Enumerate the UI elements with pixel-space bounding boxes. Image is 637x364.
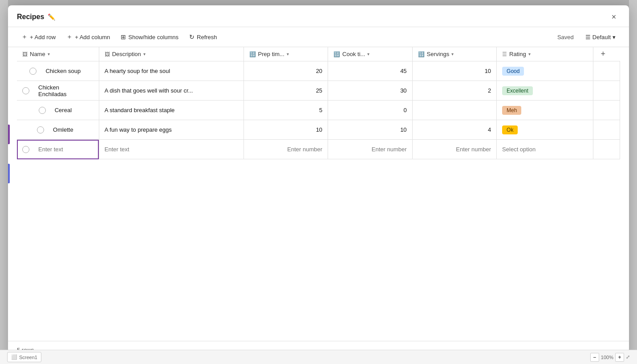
description-column-header: 🖼 Description ▾	[99, 47, 243, 61]
row-2-name: Chicken Enchiladas	[33, 81, 93, 100]
row-3-cook-cell: 0	[328, 101, 413, 120]
data-table: 🖼 Name ▾ 🖼 Description ▾	[17, 47, 620, 159]
edit-icon[interactable]: ✏️	[48, 13, 55, 20]
toolbar: ＋ + Add row ＋ + Add column ⊞ Show/hide c…	[8, 27, 629, 47]
row-2-cook-cell: 30	[328, 81, 413, 101]
servings-column-header: 🔢 Servings ▾	[412, 47, 497, 61]
row-1-rating-cell: Good	[497, 61, 593, 81]
name-column-header: 🖼 Name ▾	[17, 47, 99, 61]
prep-sort-icon[interactable]: ▾	[287, 52, 289, 57]
saved-label: Saved	[557, 34, 574, 40]
serv-col-label: Servings	[427, 51, 450, 57]
show-hide-columns-button[interactable]: ⊞ Show/hide columns	[116, 31, 183, 43]
row-1-servings-cell: 10	[412, 61, 497, 81]
refresh-button[interactable]: ↻ Refresh	[185, 31, 222, 43]
show-hide-label: Show/hide columns	[128, 34, 179, 40]
add-column-button[interactable]: ＋ + Add column	[62, 31, 114, 43]
table-container: 🖼 Name ▾ 🖼 Description ▾	[8, 47, 629, 341]
new-row-prep-cell[interactable]	[243, 140, 328, 159]
new-row-servings-cell[interactable]	[412, 140, 497, 159]
row-3-check-cell: Cereal	[17, 101, 99, 120]
row-3-checkbox[interactable]	[39, 107, 46, 114]
add-column-label: + Add column	[75, 34, 110, 40]
name-col-label: Name	[30, 51, 45, 57]
row-4-checkbox[interactable]	[37, 126, 44, 133]
desc-sort-icon[interactable]: ▾	[143, 52, 146, 57]
add-column-icon-button[interactable]: +	[593, 49, 613, 59]
serv-sort-icon[interactable]: ▾	[451, 52, 454, 57]
row-4-description: A fun way to prepare eggs	[99, 120, 243, 139]
bottom-taskbar: ⬜ Screen1 − 100% + ⤢	[0, 350, 637, 364]
new-row-servings-input[interactable]	[413, 140, 497, 159]
screen-tab[interactable]: ⬜ Screen1	[7, 352, 41, 362]
row-1-description-cell: A hearty soup for the soul	[99, 61, 243, 81]
row-1-cook-cell: 45	[328, 61, 413, 81]
row-2-rating-cell: Excellent	[497, 81, 593, 101]
table-row: Omlette A fun way to prepare eggs 10 10 …	[17, 120, 620, 140]
row-4-name: Omlette	[48, 120, 79, 139]
close-button[interactable]: ×	[608, 11, 620, 23]
new-row-cook-input[interactable]	[328, 140, 412, 159]
row-4-description-cell: A fun way to prepare eggs	[99, 120, 243, 140]
row-2-extra-cell	[593, 81, 620, 101]
add-column-th: +	[593, 47, 620, 61]
plus-col-icon: ＋	[66, 33, 73, 41]
screen-tab-label: Screen1	[19, 355, 37, 360]
row-1-rating-badge: Good	[502, 67, 524, 76]
fit-icon[interactable]: ⤢	[626, 354, 630, 360]
serv-col-icon: 🔢	[418, 51, 425, 57]
rating-column-header: ☰ Rating ▾	[497, 47, 593, 61]
row-3-prep-cell: 5	[243, 101, 328, 120]
zoom-out-button[interactable]: −	[590, 353, 599, 362]
new-row-description-input[interactable]	[99, 140, 243, 159]
new-row-description-cell[interactable]	[99, 140, 243, 159]
screen-tab-icon: ⬜	[11, 354, 17, 360]
cook-col-icon: 🔢	[333, 51, 340, 57]
zoom-in-button[interactable]: +	[615, 353, 624, 362]
new-row	[17, 140, 620, 159]
new-row-rating-input[interactable]	[497, 140, 593, 159]
table-body: Chicken soup A hearty soup for the soul …	[17, 61, 620, 159]
new-row-rating-cell[interactable]	[497, 140, 593, 159]
row-3-servings-cell	[412, 101, 497, 120]
row-3-extra-cell	[593, 101, 620, 120]
row-2-cook: 30	[328, 81, 412, 100]
row-3-rating-cell: Meh	[497, 101, 593, 120]
name-sort-icon[interactable]: ▾	[48, 52, 50, 57]
row-1-checkbox[interactable]	[29, 68, 37, 75]
add-row-button[interactable]: ＋ + Add row	[17, 31, 60, 43]
row-3-name: Cereal	[49, 101, 77, 120]
rating-sort-icon[interactable]: ▾	[528, 52, 531, 57]
row-4-prep: 10	[244, 120, 328, 139]
row-1-servings: 10	[413, 61, 497, 81]
zoom-control: − 100% + ⤢	[590, 353, 630, 362]
cook-sort-icon[interactable]: ▾	[367, 52, 369, 57]
title-area: Recipes ✏️	[17, 13, 55, 21]
row-3-description: A standard breakfast staple	[99, 101, 243, 120]
row-1-description: A hearty soup for the soul	[99, 61, 243, 81]
left-sidebar	[0, 0, 8, 364]
list-view-icon: ☰	[585, 34, 591, 40]
chevron-down-icon: ▾	[613, 34, 616, 40]
row-2-checkbox[interactable]	[22, 87, 29, 94]
blue-accent-bar	[8, 164, 10, 183]
modal-overlay: Recipes ✏️ × ＋ + Add row ＋ + Add column …	[8, 5, 629, 359]
row-3-description-cell: A standard breakfast staple	[99, 101, 243, 120]
new-row-cook-cell[interactable]	[328, 140, 413, 159]
prep-col-icon: 🔢	[249, 51, 256, 57]
row-1-prep-cell: 20	[243, 61, 328, 81]
row-4-servings: 4	[413, 120, 497, 139]
row-4-check-cell: Omlette	[17, 120, 99, 140]
new-row-checkbox[interactable]	[22, 146, 29, 153]
plus-icon: ＋	[21, 33, 28, 41]
row-2-check-cell: Chicken Enchiladas	[17, 81, 99, 101]
grid-icon: ⊞	[121, 33, 126, 40]
table-row: Chicken Enchiladas A dish that goes well…	[17, 81, 620, 101]
cook-col-label: Cook ti...	[342, 51, 365, 57]
new-row-prep-input[interactable]	[244, 140, 328, 159]
row-4-cook-cell: 10	[328, 120, 413, 140]
new-row-name-input[interactable]	[33, 140, 93, 159]
table-row: Chicken soup A hearty soup for the soul …	[17, 61, 620, 81]
new-row-name-cell[interactable]	[17, 140, 99, 159]
default-view-button[interactable]: ☰ Default ▾	[581, 32, 620, 43]
